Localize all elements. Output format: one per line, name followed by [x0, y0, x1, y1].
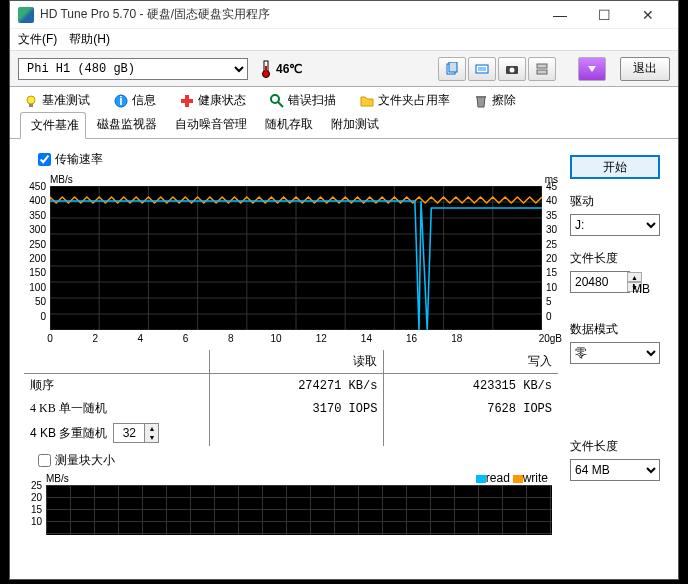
svg-rect-16 — [181, 99, 193, 103]
svg-rect-12 — [29, 104, 33, 107]
file-length-input[interactable]: ▲▼ — [570, 271, 630, 293]
tab-file-benchmark[interactable]: 文件基准 — [20, 112, 86, 139]
drive-select[interactable]: Phi H1 (480 gB) — [18, 58, 248, 80]
svg-rect-9 — [537, 64, 547, 68]
bulb-icon — [24, 94, 38, 108]
svg-line-18 — [278, 102, 283, 107]
health-icon — [180, 94, 194, 108]
tab-folder-usage[interactable]: 文件夹占用率 — [356, 90, 454, 111]
minimize-to-tray-button[interactable] — [578, 57, 606, 81]
svg-rect-2 — [265, 66, 267, 74]
tab-random-access[interactable]: 随机存取 — [254, 111, 320, 138]
multi-random-spinner[interactable]: ▲▼ — [113, 423, 159, 443]
maximize-button[interactable]: ☐ — [582, 1, 626, 29]
temperature-display: 46℃ — [260, 60, 302, 78]
tab-row-upper: 基准测试 i信息 健康状态 错误扫描 文件夹占用率 擦除 — [10, 87, 678, 111]
exit-button[interactable]: 退出 — [620, 57, 670, 81]
titlebar: HD Tune Pro 5.70 - 硬盘/固态硬盘实用程序 — ☐ ✕ — [10, 1, 678, 29]
svg-point-17 — [271, 95, 279, 103]
data-mode-select[interactable]: 零 — [570, 342, 660, 364]
results-table: 读取写入 顺序274271 KB/s423315 KB/s 4 KB 单一随机3… — [24, 350, 558, 446]
svg-rect-4 — [449, 62, 457, 72]
trash-icon — [474, 94, 488, 108]
tab-aam[interactable]: 自动噪音管理 — [164, 111, 254, 138]
start-button[interactable]: 开始 — [570, 155, 660, 179]
svg-point-8 — [510, 67, 515, 72]
block-size-checkbox[interactable]: 测量块大小 — [38, 452, 562, 469]
copy-info-button[interactable] — [438, 57, 466, 81]
transfer-rate-checkbox[interactable]: 传输速率 — [38, 151, 562, 168]
menu-file[interactable]: 文件(F) — [18, 31, 57, 48]
toolbar: Phi H1 (480 gB) 46℃ 退出 — [10, 51, 678, 87]
save-screenshot-button[interactable] — [498, 57, 526, 81]
transfer-chart: MB/s ms 05010015020025030035040045005101… — [24, 174, 562, 344]
folder-icon — [360, 94, 374, 108]
svg-text:i: i — [119, 94, 122, 108]
minimize-button[interactable]: — — [538, 1, 582, 29]
blocksize-chart: MB/s read write 10152025 — [24, 475, 558, 535]
tab-erase[interactable]: 擦除 — [470, 90, 520, 111]
tab-extra-tests[interactable]: 附加测试 — [320, 111, 386, 138]
thermometer-icon — [260, 60, 272, 78]
window-title: HD Tune Pro 5.70 - 硬盘/固态硬盘实用程序 — [40, 6, 538, 23]
tab-row-lower: 文件基准 磁盘监视器 自动噪音管理 随机存取 附加测试 — [10, 111, 678, 139]
tab-info[interactable]: i信息 — [110, 90, 160, 111]
file-length2-select[interactable]: 64 MB — [570, 459, 660, 481]
drive-letter-select[interactable]: J: — [570, 214, 660, 236]
tab-health[interactable]: 健康状态 — [176, 90, 250, 111]
svg-rect-19 — [476, 96, 486, 98]
app-icon — [18, 7, 34, 23]
svg-rect-10 — [537, 70, 547, 74]
menubar: 文件(F) 帮助(H) — [10, 29, 678, 51]
close-button[interactable]: ✕ — [626, 1, 670, 29]
options-button[interactable] — [528, 57, 556, 81]
info-icon: i — [114, 94, 128, 108]
tab-disk-monitor[interactable]: 磁盘监视器 — [86, 111, 164, 138]
svg-rect-6 — [478, 67, 486, 71]
menu-help[interactable]: 帮助(H) — [69, 31, 110, 48]
copy-screenshot-button[interactable] — [468, 57, 496, 81]
tab-error-scan[interactable]: 错误扫描 — [266, 90, 340, 111]
svg-point-11 — [27, 96, 35, 104]
tab-benchmark[interactable]: 基准测试 — [20, 90, 94, 111]
magnifier-icon — [270, 94, 284, 108]
temperature-value: 46℃ — [276, 62, 302, 76]
